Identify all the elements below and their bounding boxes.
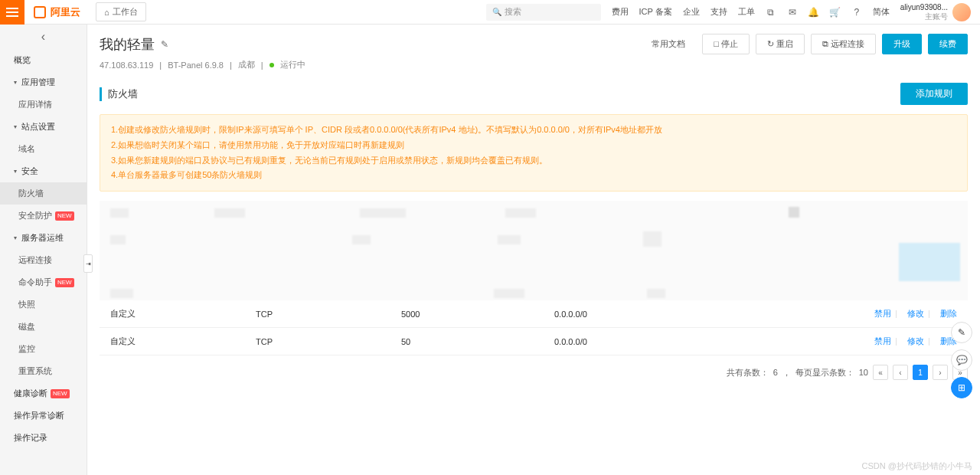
brand-text: 阿里云 <box>51 5 80 19</box>
blurred-rows <box>100 201 968 300</box>
page-prev[interactable]: ‹ <box>893 365 908 380</box>
sidebar-item-0[interactable]: 概览 <box>0 49 87 71</box>
cell-protocol: TCP <box>245 300 390 328</box>
search-input[interactable]: 搜索 <box>486 4 601 21</box>
table-row: 自定义 TCP 50 0.0.0.0/0 禁用 | 修改 | 删除 <box>100 328 968 355</box>
cloud-shell-icon[interactable]: ⧉ <box>766 7 776 18</box>
float-chat-icon[interactable]: 💬 <box>951 349 972 371</box>
table-row: 自定义 TCP 5000 0.0.0.0/0 禁用 | 修改 | 删除 <box>100 300 968 328</box>
sidebar-item-label: 安全 <box>21 165 38 177</box>
disable-link[interactable]: 禁用 <box>874 336 891 346</box>
sidebar-collapse-toggle[interactable]: ⇥ <box>83 254 93 273</box>
sidebar-item-label: 概览 <box>14 54 31 66</box>
menu-toggle[interactable] <box>0 0 24 25</box>
sidebar: ‹ 概览应用管理应用详情站点设置域名安全防火墙安全防护NEW服务器运维远程连接命… <box>0 25 87 475</box>
cell-type: 自定义 <box>100 300 245 328</box>
page-current[interactable]: 1 <box>913 365 928 380</box>
sidebar-item-12[interactable]: 磁盘 <box>0 316 87 338</box>
float-apps-icon[interactable]: ⊞ <box>951 377 972 398</box>
notification-icon[interactable]: 🔔 <box>808 7 819 18</box>
sidebar-item-9[interactable]: 远程连接 <box>0 249 87 271</box>
sidebar-item-4[interactable]: 域名 <box>0 138 87 160</box>
delete-link[interactable]: 删除 <box>940 309 957 318</box>
workspace-button[interactable]: 工作台 <box>96 2 146 21</box>
page-meta: 47.108.63.119| BT-Panel 6.9.8| 成都| 运行中 <box>100 59 968 70</box>
edit-link[interactable]: 修改 <box>907 336 924 346</box>
sidebar-item-16[interactable]: 操作异常诊断 <box>0 405 87 427</box>
nav-enterprise[interactable]: 企业 <box>683 6 700 18</box>
stop-button[interactable]: □ 停止 <box>702 34 750 54</box>
sidebar-item-label: 命令助手 <box>18 277 52 288</box>
nav-icp[interactable]: ICP 备案 <box>639 6 672 18</box>
user-role: 主账号 <box>900 12 948 21</box>
cell-source: 0.0.0.0/0 <box>544 328 845 355</box>
brand-logo[interactable]: 阿里云 <box>24 5 90 19</box>
sidebar-item-label: 快照 <box>18 299 35 310</box>
user-menu[interactable]: aliyun93908... 主账号 <box>900 3 971 21</box>
sidebar-item-label: 域名 <box>18 143 35 155</box>
sidebar-item-label: 操作异常诊断 <box>14 410 64 421</box>
nav-support[interactable]: 支持 <box>710 6 727 18</box>
firewall-table: 自定义 TCP 5000 0.0.0.0/0 禁用 | 修改 | 删除 自定义 … <box>100 300 968 355</box>
sidebar-item-2[interactable]: 应用详情 <box>0 93 87 116</box>
sidebar-item-label: 重置系统 <box>18 365 52 377</box>
sidebar-item-5[interactable]: 安全 <box>0 160 87 182</box>
section-title: 防火墙 <box>100 87 138 101</box>
nav-billing[interactable]: 费用 <box>612 6 629 18</box>
sidebar-item-6[interactable]: 防火墙 <box>0 182 87 205</box>
docs-button[interactable]: 常用文档 <box>641 34 696 54</box>
back-button[interactable]: ‹ <box>0 25 87 49</box>
sidebar-item-label: 操作记录 <box>14 432 47 444</box>
sidebar-item-label: 安全防护 <box>18 210 52 221</box>
new-badge: NEW <box>55 278 74 287</box>
sidebar-item-11[interactable]: 快照 <box>0 293 87 316</box>
user-name: aliyun93908... <box>900 3 948 12</box>
sidebar-item-label: 服务器运维 <box>21 232 64 244</box>
sidebar-item-label: 远程连接 <box>18 254 52 266</box>
page-title: 我的轻量 <box>100 35 155 54</box>
nav-ticket[interactable]: 工单 <box>738 6 755 18</box>
upgrade-button[interactable]: 升级 <box>882 34 922 54</box>
cart-icon[interactable]: 🛒 <box>830 7 841 18</box>
cell-protocol: TCP <box>245 328 390 355</box>
sidebar-item-10[interactable]: 命令助手NEW <box>0 271 87 293</box>
page-first[interactable]: « <box>873 365 888 380</box>
edit-title-icon[interactable]: ✎ <box>161 39 168 50</box>
help-icon[interactable]: ? <box>851 7 862 18</box>
sidebar-item-3[interactable]: 站点设置 <box>0 116 87 138</box>
sidebar-item-label: 防火墙 <box>18 188 44 199</box>
sidebar-item-label: 监控 <box>18 343 35 355</box>
watermark: CSDN @抄代码抄错的小牛马 <box>862 460 972 472</box>
add-rule-button[interactable]: 添加规则 <box>900 83 968 105</box>
cell-type: 自定义 <box>100 328 245 355</box>
restart-button[interactable]: ↻ 重启 <box>756 34 805 54</box>
new-badge: NEW <box>55 211 74 221</box>
sidebar-item-label: 应用详情 <box>18 99 52 110</box>
renew-button[interactable]: 续费 <box>928 34 968 54</box>
float-edit-icon[interactable]: ✎ <box>951 322 972 343</box>
pagination: 共有条数： 6， 每页显示条数： 10 « ‹ 1 › » <box>100 355 968 389</box>
info-notice: 1.创建或修改防火墙规则时，限制IP来源可填写单个 IP、CIDR 段或者0.0… <box>100 114 968 192</box>
sidebar-item-label: 健康诊断 <box>14 388 47 399</box>
page-next[interactable]: › <box>933 365 948 380</box>
disable-link[interactable]: 禁用 <box>874 309 891 318</box>
cell-port: 50 <box>390 328 544 355</box>
sidebar-item-1[interactable]: 应用管理 <box>0 71 87 93</box>
sidebar-item-14[interactable]: 重置系统 <box>0 360 87 382</box>
sidebar-item-label: 磁盘 <box>18 321 35 332</box>
edit-link[interactable]: 修改 <box>907 309 924 318</box>
message-icon[interactable]: ✉ <box>787 7 798 18</box>
locale-selector[interactable]: 简体 <box>873 6 890 18</box>
cell-port: 5000 <box>390 300 544 328</box>
sidebar-item-label: 应用管理 <box>21 77 55 88</box>
sidebar-item-17[interactable]: 操作记录 <box>0 427 87 449</box>
avatar <box>952 3 971 21</box>
sidebar-item-7[interactable]: 安全防护NEW <box>0 205 87 227</box>
cell-source: 0.0.0.0/0 <box>544 300 845 328</box>
sidebar-item-13[interactable]: 监控 <box>0 338 87 360</box>
sidebar-item-label: 站点设置 <box>21 121 55 133</box>
remote-button[interactable]: ⧉ 远程连接 <box>811 34 876 54</box>
new-badge: NEW <box>51 389 70 398</box>
sidebar-item-15[interactable]: 健康诊断NEW <box>0 382 87 405</box>
sidebar-item-8[interactable]: 服务器运维 <box>0 227 87 249</box>
